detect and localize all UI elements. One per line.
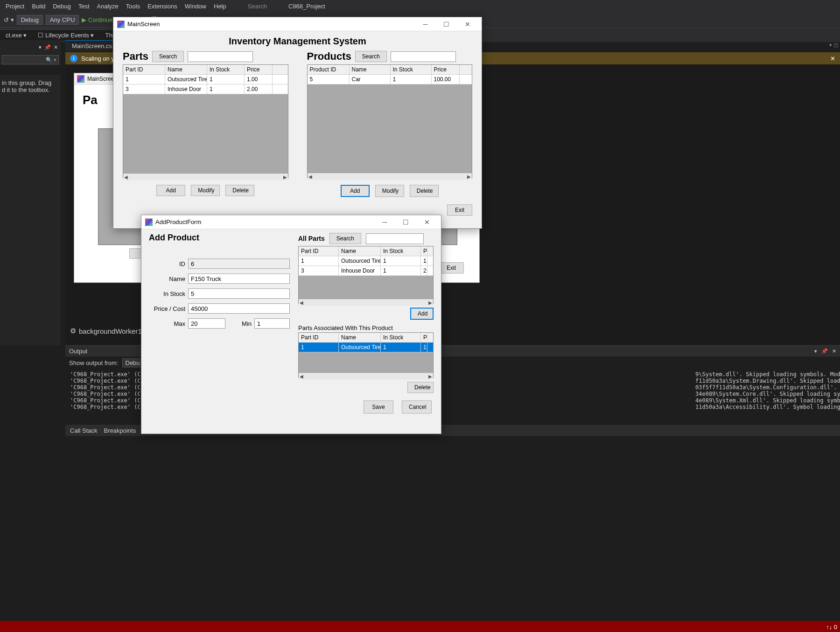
menu-window[interactable]: Window <box>181 3 210 10</box>
addproduct-maximize-icon[interactable]: ☐ <box>395 216 416 229</box>
table-row[interactable]: 3Inhouse Door12.00 <box>123 84 288 94</box>
allparts-grid[interactable]: Part IDNameIn StockP1Outsourced Tire11.3… <box>298 246 434 304</box>
grid-scrollbar[interactable]: ◀▶ <box>299 299 433 306</box>
status-changes: ↑↓ 0 <box>826 624 837 631</box>
vs-menubar: Project Build Debug Test Analyze Tools E… <box>0 0 840 12</box>
cancel-button[interactable]: Cancel <box>402 400 432 414</box>
vs-search[interactable]: Search <box>244 3 271 10</box>
dropdown-icon[interactable]: ▾ <box>39 44 42 50</box>
menu-extensions[interactable]: Extensions <box>144 3 181 10</box>
tab-callstack[interactable]: Call Stack <box>70 427 98 434</box>
menu-tools[interactable]: Tools <box>122 3 144 10</box>
addproduct-close-icon[interactable]: ✕ <box>416 216 437 229</box>
designer-exit-wrapper: Exit <box>439 262 464 274</box>
close-icon[interactable]: ✕ <box>54 44 58 50</box>
minimize-icon[interactable]: ─ <box>415 18 436 31</box>
products-modify-button[interactable]: Modify <box>375 185 404 197</box>
pin-icon[interactable]: 📌 <box>44 44 51 50</box>
info-close-icon[interactable]: ✕ <box>830 55 835 62</box>
table-row[interactable]: 3Inhouse Door12. <box>299 266 433 276</box>
max-field[interactable] <box>188 318 225 329</box>
instock-label: In Stock <box>149 290 185 297</box>
products-grid[interactable]: Product IDNameIn StockPrice5Car1100.00◀▶ <box>307 64 473 178</box>
maximize-icon[interactable]: ☐ <box>436 18 457 31</box>
assoc-delete-button[interactable]: Delete <box>407 382 434 393</box>
addproduct-form-left: Add Product ID Name In Stock Price / Cos… <box>149 233 290 393</box>
designer-exit-button[interactable]: Exit <box>439 262 464 274</box>
table-row[interactable]: 5Car1100.00 <box>308 75 472 84</box>
addproduct-icon <box>145 218 153 226</box>
output-text-left: 'C968_Project.exe' (CLR v4. 'C968_Projec… <box>65 369 140 412</box>
products-delete-button[interactable]: Delete <box>410 185 439 197</box>
parts-search-input[interactable] <box>188 51 253 62</box>
menu-project[interactable]: Project <box>2 3 28 10</box>
left-pane-header: ▾ 📌 ✕ <box>0 40 61 54</box>
grid-scrollbar[interactable]: ◀▶ <box>299 373 433 379</box>
table-row[interactable]: 1Outsourced Tire11.00 <box>123 75 288 84</box>
form-icon <box>77 75 84 83</box>
continue-button[interactable]: ▶ Continue ▾ <box>82 16 117 23</box>
products-search-button[interactable]: Search <box>355 51 387 62</box>
min-field[interactable] <box>254 318 290 329</box>
component-icon: ⚙ <box>70 327 76 335</box>
document-tab[interactable]: MainScreen.cs <box>65 40 119 51</box>
instock-field[interactable] <box>188 288 290 299</box>
right-gutter-icons[interactable]: ▾ ◫ <box>829 42 838 48</box>
main-heading: Inventory Management System <box>113 36 482 47</box>
menu-debug[interactable]: Debug <box>49 3 74 10</box>
save-button[interactable]: Save <box>364 400 393 414</box>
toolbox-hint: in this group. Drag d it to the toolbox. <box>0 75 61 345</box>
grid-scrollbar[interactable]: ◀▶ <box>123 174 288 180</box>
min-label: Min <box>228 320 252 327</box>
main-exit-button[interactable]: Exit <box>447 204 472 216</box>
tab-exe[interactable]: ct.exe ▾ <box>0 29 32 41</box>
parts-modify-button[interactable]: Modify <box>191 185 220 196</box>
parts-title: Parts <box>123 50 148 63</box>
mainscreen-title: MainScreen <box>127 21 415 28</box>
products-title: Products <box>307 50 351 63</box>
output-source-dropdown[interactable]: Debu <box>122 358 143 367</box>
close-icon[interactable]: ✕ <box>457 18 478 31</box>
addproduct-window: AddProductForm ─ ☐ ✕ Add Product ID Name… <box>141 215 441 434</box>
menu-test[interactable]: Test <box>75 3 93 10</box>
status-bar <box>0 621 840 632</box>
mainscreen-icon <box>117 21 125 28</box>
allparts-title: All Parts <box>298 235 325 242</box>
products-search-input[interactable] <box>391 51 456 62</box>
parts-delete-button[interactable]: Delete <box>225 185 254 196</box>
left-search[interactable]: 🔍 ▾ <box>2 55 59 64</box>
addproduct-titlebar[interactable]: AddProductForm ─ ☐ ✕ <box>141 215 441 229</box>
backgroundworker-label[interactable]: backgroundWorker1 <box>79 327 142 335</box>
menu-help[interactable]: Help <box>210 3 230 10</box>
tab-breakpoints[interactable]: Breakpoints <box>104 427 136 434</box>
price-field[interactable] <box>188 303 290 314</box>
tab-lifecycle[interactable]: ☐ Lifecycle Events ▾ <box>32 29 99 41</box>
name-field[interactable] <box>188 274 290 284</box>
addproduct-minimize-icon[interactable]: ─ <box>374 216 395 229</box>
menu-analyze[interactable]: Analyze <box>93 3 122 10</box>
id-label: ID <box>149 260 185 267</box>
history-icon[interactable]: ↺ ▾ <box>4 16 14 23</box>
parts-search-button[interactable]: Search <box>152 51 184 62</box>
mainscreen-titlebar[interactable]: MainScreen ─ ☐ ✕ <box>113 17 482 31</box>
mainscreen-window: MainScreen ─ ☐ ✕ Inventory Management Sy… <box>113 17 482 229</box>
parts-grid[interactable]: Part IDNameIn StockPrice1Outsourced Tire… <box>123 64 288 178</box>
output-panel-buttons[interactable]: ▾ 📌 ✕ <box>814 348 836 354</box>
config-debug[interactable]: Debug <box>17 15 43 25</box>
grid-scrollbar[interactable]: ◀▶ <box>308 173 472 180</box>
output-text-right: 9\System.dll'. Skipped loading symbols. … <box>691 369 840 412</box>
output-show-from-label: Show output from: <box>69 359 119 366</box>
allparts-search-input[interactable] <box>366 233 424 244</box>
table-row[interactable]: 1Outsourced Tire11. <box>299 256 433 266</box>
products-add-button[interactable]: Add <box>341 185 370 197</box>
assoc-grid[interactable]: Part IDNameIn StockP1Outsourced Tire11.◀… <box>298 332 434 378</box>
allparts-search-button[interactable]: Search <box>329 233 361 244</box>
table-row[interactable]: 1Outsourced Tire11. <box>299 343 433 352</box>
allparts-add-button[interactable]: Add <box>410 308 434 320</box>
menu-build[interactable]: Build <box>28 3 49 10</box>
output-title: Output <box>69 348 87 355</box>
config-anycpu[interactable]: Any CPU <box>46 15 79 25</box>
parts-section: Parts Search Part IDNameIn StockPrice1Ou… <box>123 50 288 197</box>
parts-add-button[interactable]: Add <box>156 185 185 196</box>
id-field <box>188 259 290 269</box>
